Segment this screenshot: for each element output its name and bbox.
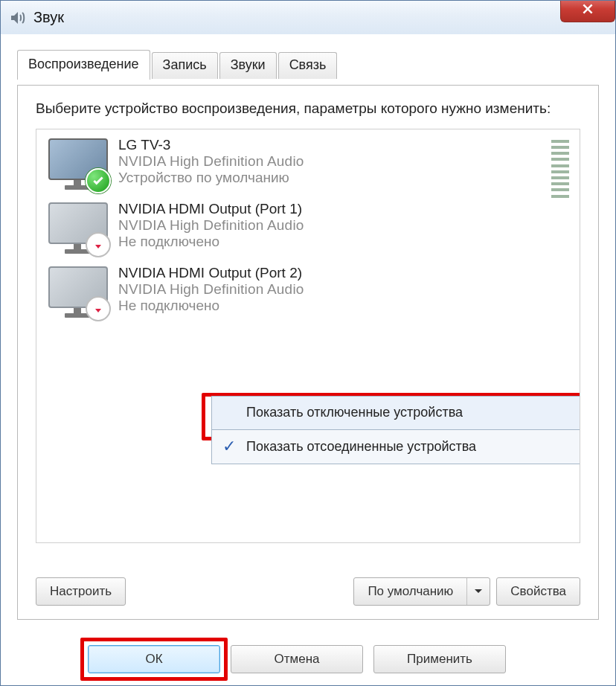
ok-button[interactable]: ОК (88, 645, 220, 673)
device-list[interactable]: LG TV-3 NVIDIA High Definition Audio Уст… (36, 129, 580, 543)
device-item[interactable]: NVIDIA HDMI Output (Port 2) NVIDIA High … (36, 257, 580, 321)
chevron-down-icon[interactable] (467, 589, 490, 594)
checkmark-icon: ✓ (212, 437, 246, 456)
window-title: Звук (33, 9, 64, 26)
dialog-button-row: ОК Отмена Применить (1, 645, 615, 673)
device-driver: NVIDIA High Definition Audio (118, 153, 304, 170)
device-item[interactable]: NVIDIA HDMI Output (Port 1) NVIDIA High … (36, 193, 580, 257)
set-default-button[interactable]: По умолчанию (353, 577, 490, 606)
titlebar[interactable]: Звук (1, 1, 615, 35)
device-name: LG TV-3 (118, 137, 304, 153)
device-driver: NVIDIA High Definition Audio (118, 217, 304, 234)
close-button[interactable] (560, 0, 615, 22)
client-area: Воспроизведение Запись Звуки Связь Выбер… (1, 34, 615, 685)
properties-button[interactable]: Свойства (496, 577, 580, 606)
device-status: Не подключено (118, 298, 304, 314)
context-menu: Показать отключенные устройства ✓ Показа… (211, 396, 580, 464)
checkmark-icon (86, 168, 111, 193)
arrow-down-icon (86, 296, 111, 321)
device-driver: NVIDIA High Definition Audio (118, 281, 304, 298)
close-icon (581, 2, 594, 16)
device-item[interactable]: LG TV-3 NVIDIA High Definition Audio Уст… (36, 129, 580, 193)
device-status: Устройство по умолчанию (118, 170, 304, 186)
sound-dialog: Звук Воспроизведение Запись Звуки Связь … (0, 0, 616, 686)
instruction-text: Выберите устройство воспроизведения, пар… (36, 99, 580, 118)
tab-strip: Воспроизведение Запись Звуки Связь (17, 49, 599, 79)
menu-show-disconnected[interactable]: ✓ Показать отсоединенные устройства (211, 430, 580, 464)
device-name: NVIDIA HDMI Output (Port 2) (118, 265, 304, 281)
arrow-down-icon (86, 232, 111, 257)
tab-recording[interactable]: Запись (152, 52, 218, 79)
tab-communications[interactable]: Связь (278, 52, 338, 79)
monitor-icon (47, 201, 108, 254)
configure-button[interactable]: Настроить (36, 577, 126, 606)
tab-sounds[interactable]: Звуки (219, 52, 277, 79)
device-status: Не подключено (118, 234, 304, 250)
level-meter (551, 140, 569, 198)
tab-playback[interactable]: Воспроизведение (17, 50, 150, 80)
monitor-icon (47, 265, 108, 318)
menu-show-disabled[interactable]: Показать отключенные устройства (211, 396, 580, 430)
apply-button[interactable]: Применить (373, 645, 506, 673)
monitor-icon (47, 137, 108, 190)
playback-panel: Выберите устройство воспроизведения, пар… (17, 85, 599, 620)
panel-button-row: Настроить По умолчанию Свойства (36, 577, 580, 606)
device-name: NVIDIA HDMI Output (Port 1) (118, 201, 304, 217)
cancel-button[interactable]: Отмена (231, 645, 363, 673)
speaker-icon (8, 9, 26, 27)
